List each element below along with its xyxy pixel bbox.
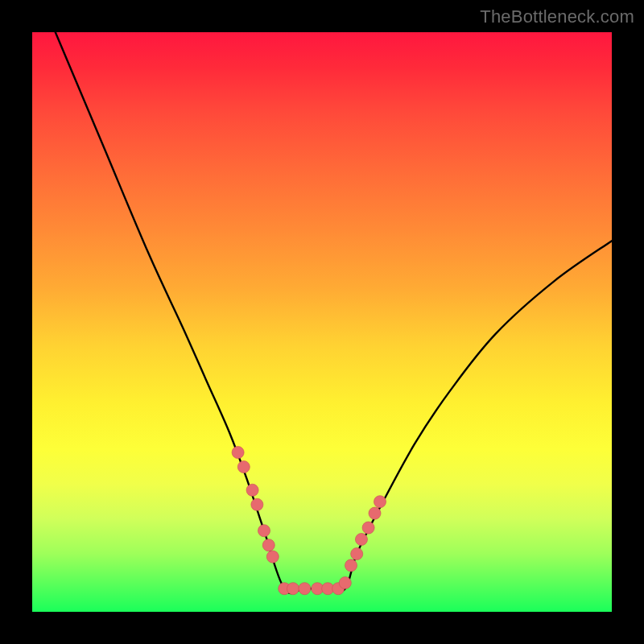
dot (322, 583, 334, 595)
dot (351, 547, 363, 559)
dot (312, 583, 324, 595)
dot (362, 522, 374, 534)
dot (339, 576, 351, 588)
dot (369, 507, 381, 519)
dot (374, 496, 386, 508)
dot (299, 583, 311, 595)
dot (345, 559, 357, 572)
dot (287, 583, 299, 595)
dot (266, 551, 279, 563)
watermark-label: TheBottleneck.com (480, 6, 634, 27)
dot (279, 583, 291, 595)
dot (355, 533, 367, 545)
bottleneck-curve (56, 32, 612, 593)
dots-group (232, 446, 386, 594)
dot (262, 539, 275, 551)
dot (246, 484, 258, 496)
chart-svg (32, 32, 612, 612)
chart-frame: TheBottleneck.com (0, 0, 644, 644)
plot-area (32, 32, 612, 612)
dot (332, 583, 345, 595)
dot (258, 525, 270, 537)
dot (251, 498, 263, 510)
dot (232, 446, 244, 458)
dot (237, 460, 250, 473)
